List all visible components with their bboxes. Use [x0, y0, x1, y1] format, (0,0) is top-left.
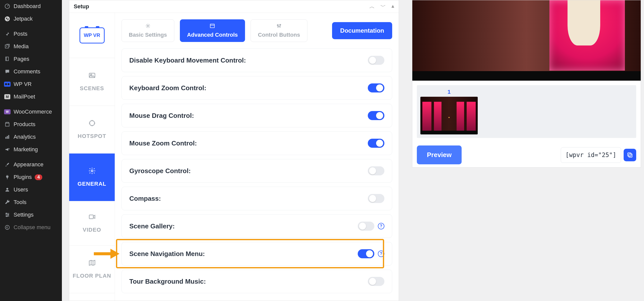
comments-icon: [4, 68, 11, 75]
menu-label: Marketing: [14, 146, 38, 153]
row-disable-keyboard: Disable Keyboard Movement Control:: [122, 48, 392, 72]
documentation-button[interactable]: Documentation: [332, 22, 392, 39]
toggle-compass[interactable]: [368, 194, 384, 203]
toggle-tour-background-music[interactable]: [368, 277, 384, 286]
woocommerce-icon: W: [4, 109, 11, 115]
svg-rect-18: [89, 215, 93, 219]
row-label: Disable Keyboard Movement Control:: [129, 57, 246, 64]
scene-thumbnail[interactable]: [420, 97, 478, 134]
menu-label: WooCommerce: [14, 109, 52, 115]
menu-label: Products: [14, 121, 35, 128]
preview-panel: 1 Preview [wpvr id="25"]: [412, 0, 641, 168]
image-icon: [88, 72, 96, 81]
copy-shortcode-button[interactable]: [624, 149, 636, 161]
move-down-icon[interactable]: ﹀: [380, 3, 386, 10]
menu-posts[interactable]: Posts: [0, 28, 62, 40]
menu-woocommerce[interactable]: W WooCommerce: [0, 106, 62, 118]
menu-comments[interactable]: Comments: [0, 65, 62, 78]
row-scene-navigation: Scene Navigation Menu: ?: [122, 242, 392, 266]
brush-icon: [4, 161, 11, 168]
svg-point-1: [5, 16, 10, 21]
tab-hotspot[interactable]: HOTSPOT: [69, 106, 115, 154]
menu-tools[interactable]: Tools: [0, 196, 62, 209]
map-icon: [88, 259, 96, 268]
help-icon[interactable]: ?: [378, 250, 384, 257]
htab-basic-settings[interactable]: Basic Settings: [122, 19, 174, 42]
vtab-label: VIDEO: [83, 226, 101, 234]
row-label: Mouse Drag Control:: [129, 112, 194, 120]
menu-label: Jetpack: [14, 16, 33, 22]
window-icon: [210, 23, 215, 30]
menu-users[interactable]: Users: [0, 183, 62, 196]
annotation-arrow-head: [110, 249, 119, 259]
tab-scenes[interactable]: SCENES: [69, 58, 115, 106]
gear-icon: [145, 23, 151, 30]
row-keyboard-zoom: Keyboard Zoom Control:: [122, 76, 392, 100]
svg-rect-4: [6, 57, 9, 61]
row-label: Scene Gallery:: [129, 222, 175, 230]
menu-dashboard[interactable]: Dashboard: [0, 0, 62, 13]
tab-video[interactable]: VIDEO: [69, 201, 115, 245]
toggle-gyroscope[interactable]: [368, 166, 384, 175]
menu-label: Analytics: [14, 134, 36, 140]
jetpack-icon: [4, 16, 11, 22]
htab-advanced-controls[interactable]: Advanced Controls: [180, 19, 245, 42]
svg-rect-7: [7, 136, 8, 139]
menu-analytics[interactable]: Analytics: [0, 131, 62, 143]
menu-settings[interactable]: Settings: [0, 209, 62, 221]
menu-jetpack[interactable]: Jetpack: [0, 13, 62, 25]
toggle-disable-keyboard[interactable]: [368, 56, 384, 65]
toggle-mouse-drag[interactable]: [368, 111, 384, 120]
plugins-update-badge: 4: [35, 174, 42, 180]
svg-rect-8: [8, 135, 9, 139]
svg-point-11: [8, 214, 9, 215]
htab-label: Control Buttons: [258, 32, 300, 38]
svg-point-22: [278, 26, 279, 27]
row-label: Compass:: [129, 195, 161, 203]
tab-general[interactable]: GENERAL: [69, 154, 115, 201]
menu-media[interactable]: Media: [0, 40, 62, 53]
wrench-icon: [4, 199, 11, 206]
preview-viewport[interactable]: [412, 0, 641, 81]
row-compass: Compass:: [122, 187, 392, 210]
panel-title: Setup: [74, 3, 89, 10]
button-label: Documentation: [340, 27, 384, 34]
sliders-icon: [4, 212, 11, 218]
menu-plugins[interactable]: Plugins 4: [0, 171, 62, 183]
setup-metabox: Setup ︿ ﹀ ▴ WP VR S: [69, 0, 399, 301]
menu-pages[interactable]: Pages: [0, 53, 62, 65]
media-icon: [4, 43, 11, 50]
help-icon[interactable]: ?: [378, 223, 384, 229]
products-icon: [4, 121, 11, 128]
menu-marketing[interactable]: Marketing: [0, 143, 62, 156]
toggle-mouse-zoom[interactable]: [368, 139, 384, 148]
htab-control-buttons[interactable]: Control Buttons: [251, 19, 307, 42]
svg-rect-6: [6, 137, 7, 139]
preview-button[interactable]: Preview: [417, 145, 462, 164]
svg-point-3: [6, 46, 7, 46]
row-label: Mouse Zoom Control:: [129, 139, 197, 147]
row-label: Scene Navigation Menu:: [129, 250, 205, 258]
wpvr-icon: [4, 81, 11, 87]
button-label: Preview: [427, 151, 452, 159]
menu-wpvr[interactable]: WP VR: [0, 78, 62, 90]
svg-point-23: [280, 24, 281, 25]
pages-icon: [4, 56, 11, 62]
video-icon: [88, 213, 96, 222]
svg-point-10: [6, 213, 7, 214]
plug-icon: [4, 174, 11, 180]
menu-products[interactable]: Products: [0, 118, 62, 131]
toggle-keyboard-zoom[interactable]: [368, 83, 384, 92]
menu-label: Dashboard: [14, 3, 41, 10]
toggle-scene-navigation[interactable]: [358, 249, 374, 258]
collapse-panel-icon[interactable]: ▴: [391, 3, 394, 10]
move-up-icon[interactable]: ︿: [369, 3, 375, 10]
toggle-scene-gallery[interactable]: [358, 222, 374, 231]
menu-label: Users: [14, 186, 28, 193]
menu-mailpoet[interactable]: M MailPoet: [0, 90, 62, 103]
wpvr-logo-cell: WP VR: [69, 13, 115, 58]
menu-appearance[interactable]: Appearance: [0, 158, 62, 171]
menu-label: Pages: [14, 56, 29, 62]
menu-collapse[interactable]: Collapse menu: [0, 221, 62, 234]
menu-label: Collapse menu: [14, 224, 51, 231]
